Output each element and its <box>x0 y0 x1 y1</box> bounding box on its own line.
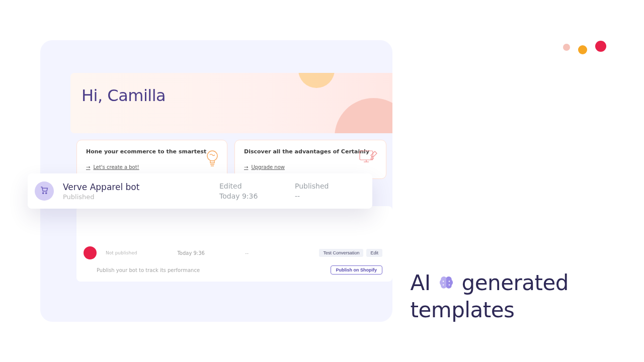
svg-point-6 <box>43 193 44 194</box>
svg-point-7 <box>46 193 47 194</box>
svg-point-3 <box>448 284 449 285</box>
marketing-line2: templates <box>410 297 569 324</box>
promo-link-upgrade[interactable]: → Upgrade now <box>244 164 285 170</box>
project-avatar <box>35 182 54 201</box>
marketing-line1b: generated <box>462 269 569 297</box>
svg-point-1 <box>448 281 449 282</box>
edited-label: Edited <box>219 182 295 190</box>
published-value: -- <box>295 192 360 200</box>
lightbulb-icon <box>205 149 220 169</box>
decorative-dots <box>563 40 606 54</box>
project-avatar <box>84 246 97 259</box>
promo-title: Hone your ecommerce to the smartest <box>86 148 218 155</box>
rocket-monitor-icon <box>359 149 379 166</box>
projects-list-card: Not published Today 9:36 -- Test Convers… <box>76 206 392 282</box>
project-edited-time: Today 9:36 <box>177 250 205 256</box>
dot-orange <box>578 45 587 54</box>
published-label: Published <box>295 182 360 190</box>
hero-banner: Hi, Camilla <box>70 73 392 133</box>
svg-point-0 <box>442 281 443 282</box>
dot-red <box>595 41 606 52</box>
arrow-right-icon: → <box>86 164 90 170</box>
featured-project-card[interactable]: Verve Apparel bot Published Edited Today… <box>28 173 372 209</box>
cart-icon <box>40 186 49 197</box>
publish-shopify-button[interactable]: Publish on Shopify <box>331 265 383 275</box>
svg-point-4 <box>207 151 217 161</box>
edit-button[interactable]: Edit <box>366 249 382 257</box>
brain-icon <box>437 274 456 293</box>
project-name: Verve Apparel bot <box>63 182 219 192</box>
arrow-right-icon: → <box>244 164 248 170</box>
project-row-2[interactable]: Not published Today 9:36 -- Test Convers… <box>84 246 382 259</box>
edited-value: Today 9:36 <box>219 192 295 200</box>
dot-pink <box>563 44 570 51</box>
footer-hint: Publish your bot to track its performanc… <box>97 267 200 273</box>
promo-link-label: Let's create a bot! <box>93 164 139 170</box>
svg-point-2 <box>442 284 443 285</box>
promo-title: Discover all the advantages of Certainly <box>244 148 377 155</box>
project-status: Not published <box>106 250 137 255</box>
greeting-text: Hi, Camilla <box>82 86 392 105</box>
marketing-line1a: AI <box>410 269 430 297</box>
project-published-value: -- <box>245 250 249 256</box>
marketing-tagline: AI generated templates <box>410 269 569 324</box>
promo-link-create-bot[interactable]: → Let's create a bot! <box>86 164 139 170</box>
test-conversation-button[interactable]: Test Conversation <box>319 249 363 257</box>
project-status: Published <box>63 193 219 201</box>
projects-footer: Publish your bot to track its performanc… <box>97 265 382 275</box>
promo-link-label: Upgrade now <box>251 164 285 170</box>
